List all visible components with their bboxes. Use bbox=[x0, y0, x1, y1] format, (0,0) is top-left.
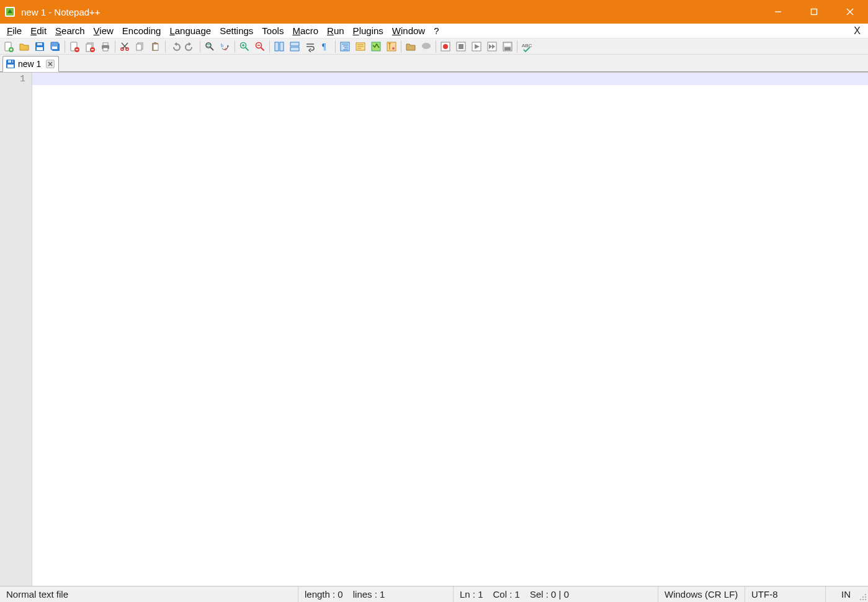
text-editor[interactable] bbox=[32, 73, 868, 586]
svg-rect-21 bbox=[103, 48, 108, 51]
window-title: new 1 - Notepad++ bbox=[21, 7, 101, 17]
func-list-icon bbox=[386, 41, 397, 52]
svg-rect-27 bbox=[153, 44, 158, 50]
svg-rect-10 bbox=[37, 43, 42, 45]
svg-rect-50 bbox=[459, 44, 463, 49]
menu-macro[interactable]: Macro bbox=[288, 24, 323, 38]
mdi-close-button[interactable]: X bbox=[854, 25, 866, 37]
sync-h-button[interactable] bbox=[287, 40, 302, 53]
menu-search[interactable]: Search bbox=[51, 24, 89, 38]
save-button[interactable] bbox=[32, 40, 47, 53]
save-icon bbox=[34, 41, 45, 52]
app-icon bbox=[4, 6, 16, 18]
record-macro-icon bbox=[440, 41, 451, 52]
menu-language[interactable]: Language bbox=[165, 24, 215, 38]
svg-point-63 bbox=[865, 599, 866, 600]
svg-rect-37 bbox=[280, 42, 284, 51]
lexer-button[interactable] bbox=[353, 40, 368, 53]
maximize-button[interactable] bbox=[796, 0, 832, 24]
menu-settings[interactable]: Settings bbox=[215, 24, 257, 38]
menu-plugins[interactable]: Plugins bbox=[349, 24, 388, 38]
close-all-button[interactable] bbox=[83, 40, 97, 53]
svg-rect-9 bbox=[37, 47, 43, 50]
svg-rect-54 bbox=[504, 43, 511, 46]
cut-button[interactable] bbox=[117, 40, 132, 53]
svg-rect-30 bbox=[207, 44, 210, 45]
menu-edit[interactable]: Edit bbox=[26, 24, 51, 38]
save-macro-button[interactable] bbox=[500, 40, 515, 53]
minimize-button[interactable] bbox=[760, 0, 796, 24]
sync-v-button[interactable] bbox=[272, 40, 287, 53]
menu-file[interactable]: File bbox=[2, 24, 26, 38]
svg-point-67 bbox=[862, 596, 864, 598]
toolbar-separator bbox=[401, 40, 401, 53]
editor-area: 1 bbox=[0, 72, 868, 586]
svg-point-48 bbox=[443, 44, 448, 49]
paste-icon bbox=[150, 41, 161, 52]
copy-icon bbox=[135, 41, 146, 52]
tab-label: new 1 bbox=[18, 59, 41, 69]
indent-guide-button[interactable] bbox=[338, 40, 352, 53]
svg-rect-43 bbox=[372, 42, 380, 51]
record-macro-button[interactable] bbox=[438, 40, 453, 53]
toolbar: ba¶ABC bbox=[0, 38, 868, 55]
new-file-button[interactable] bbox=[1, 40, 16, 53]
menubar: FileEditSearchViewEncodingLanguageSettin… bbox=[0, 24, 868, 38]
comment-icon bbox=[421, 41, 432, 52]
find-button[interactable] bbox=[202, 40, 217, 53]
svg-rect-13 bbox=[52, 47, 57, 49]
zoom-in-button[interactable] bbox=[237, 40, 252, 53]
stop-macro-button[interactable] bbox=[454, 40, 468, 53]
redo-button[interactable] bbox=[183, 40, 198, 53]
menu-view[interactable]: View bbox=[89, 24, 118, 38]
word-wrap-button[interactable] bbox=[303, 40, 318, 53]
show-all-chars-button[interactable]: ¶ bbox=[318, 40, 333, 53]
status-insert-mode: IN bbox=[841, 589, 851, 600]
menu-tools[interactable]: Tools bbox=[257, 24, 288, 38]
save-all-button[interactable] bbox=[48, 40, 63, 53]
spellcheck-button[interactable]: ABC bbox=[519, 40, 534, 53]
titlebar[interactable]: new 1 - Notepad++ bbox=[0, 0, 868, 24]
close-file-button[interactable] bbox=[67, 40, 82, 53]
menu-window[interactable]: Window bbox=[388, 24, 429, 38]
tab-close-button[interactable] bbox=[46, 60, 55, 68]
sync-h-icon bbox=[289, 41, 300, 52]
menu-[interactable]: ? bbox=[429, 24, 443, 38]
zoom-in-icon bbox=[239, 41, 250, 52]
func-list-button[interactable] bbox=[384, 40, 399, 53]
toolbar-separator bbox=[165, 40, 166, 53]
undo-icon bbox=[169, 41, 181, 52]
save-all-icon bbox=[50, 41, 61, 52]
toolbar-separator bbox=[200, 40, 200, 53]
close-all-icon bbox=[84, 41, 96, 52]
redo-icon bbox=[185, 41, 196, 52]
toolbar-separator bbox=[436, 40, 436, 53]
status-encoding: UTF-8 bbox=[751, 589, 778, 600]
svg-rect-60 bbox=[11, 60, 12, 63]
resize-grip-icon[interactable] bbox=[857, 586, 868, 602]
play-multi-button[interactable] bbox=[485, 40, 499, 53]
tabbar: new 1 bbox=[0, 55, 868, 72]
indent-guide-icon bbox=[339, 41, 351, 52]
replace-button[interactable]: ba bbox=[218, 40, 233, 53]
print-button[interactable] bbox=[98, 40, 113, 53]
svg-point-64 bbox=[865, 596, 866, 598]
svg-point-29 bbox=[206, 43, 211, 48]
play-multi-icon bbox=[486, 41, 498, 52]
tab-new-1[interactable]: new 1 bbox=[2, 56, 59, 72]
menu-encoding[interactable]: Encoding bbox=[118, 24, 166, 38]
folder-button[interactable] bbox=[403, 40, 418, 53]
undo-button[interactable] bbox=[168, 40, 182, 53]
svg-rect-28 bbox=[154, 42, 156, 44]
close-button[interactable] bbox=[832, 0, 868, 24]
menu-run[interactable]: Run bbox=[323, 24, 349, 38]
svg-point-68 bbox=[860, 599, 861, 600]
doc-map-button[interactable] bbox=[369, 40, 383, 53]
paste-button[interactable] bbox=[148, 40, 163, 53]
comment-button[interactable] bbox=[419, 40, 434, 53]
open-file-button[interactable] bbox=[17, 40, 32, 53]
play-macro-button[interactable] bbox=[469, 40, 484, 53]
statusbar: Normal text file length : 0 lines : 1 Ln… bbox=[0, 586, 868, 602]
copy-button[interactable] bbox=[133, 40, 148, 53]
zoom-out-button[interactable] bbox=[253, 40, 267, 53]
